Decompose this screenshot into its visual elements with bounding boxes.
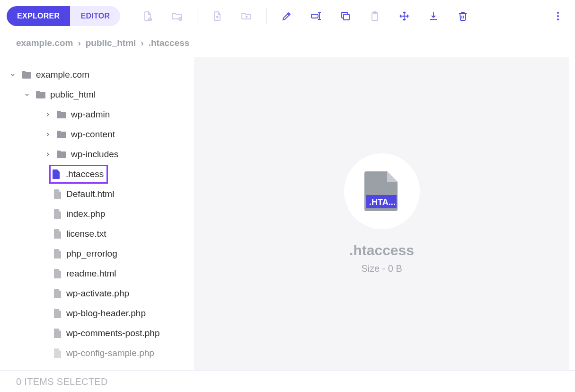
chevron-down-icon bbox=[23, 91, 31, 98]
tree-folder-root[interactable]: example.com bbox=[7, 65, 188, 85]
tree-file-selected[interactable]: .htaccess bbox=[7, 164, 188, 184]
tab-editor[interactable]: EDITOR bbox=[70, 6, 120, 26]
tree-label: .htaccess bbox=[66, 169, 104, 179]
folder-icon bbox=[56, 150, 67, 159]
selection-highlight: .htaccess bbox=[49, 165, 108, 184]
more-menu-button[interactable] bbox=[548, 7, 568, 26]
status-bar: 0 ITEMS SELECTED bbox=[0, 370, 575, 392]
tree-label: wp-comments-post.php bbox=[66, 328, 159, 339]
file-badge-text: .HTA... bbox=[369, 197, 396, 207]
toolbar-separator bbox=[266, 8, 267, 25]
file-icon bbox=[53, 268, 62, 279]
breadcrumb: example.com › public_html › .htaccess bbox=[0, 32, 575, 57]
file-icon bbox=[52, 169, 61, 179]
selection-count: 0 ITEMS SELECTED bbox=[16, 376, 108, 387]
toolbar-separator bbox=[197, 8, 197, 25]
new-file-button[interactable] bbox=[134, 7, 161, 26]
preview-thumbnail: .HTA... bbox=[344, 153, 420, 229]
file-badge-icon: .HTA... bbox=[363, 170, 400, 212]
folder-icon bbox=[56, 130, 67, 139]
chevron-right-icon: › bbox=[141, 38, 143, 48]
tree-label: php_errorlog bbox=[66, 249, 117, 259]
tree-label: readme.html bbox=[66, 268, 116, 279]
chevron-right-icon bbox=[44, 151, 52, 158]
delete-button[interactable] bbox=[450, 7, 476, 26]
tree-file[interactable]: wp-comments-post.php bbox=[7, 323, 188, 343]
main-area: example.com public_html wp bbox=[0, 57, 575, 370]
breadcrumb-item[interactable]: public_html bbox=[86, 38, 136, 48]
file-tree: example.com public_html wp bbox=[0, 57, 194, 370]
file-icon bbox=[53, 189, 62, 199]
toolbar: EXPLORER EDITOR bbox=[0, 0, 575, 32]
tree-file[interactable]: wp-config-sample.php bbox=[7, 343, 188, 363]
move-button[interactable] bbox=[391, 7, 417, 26]
svg-point-7 bbox=[557, 15, 559, 17]
file-icon bbox=[53, 209, 62, 219]
svg-rect-3 bbox=[344, 14, 349, 20]
tree-label: index.php bbox=[66, 209, 105, 219]
tree-file[interactable]: readme.html bbox=[7, 264, 188, 284]
chevron-right-icon bbox=[44, 131, 52, 138]
tree-folder[interactable]: wp-admin bbox=[7, 105, 188, 125]
chevron-right-icon: › bbox=[78, 38, 80, 48]
chevron-right-icon bbox=[44, 111, 52, 118]
file-up-button[interactable] bbox=[204, 7, 230, 26]
view-tabs: EXPLORER EDITOR bbox=[7, 6, 120, 26]
folder-up-button[interactable] bbox=[233, 7, 260, 26]
tree-label: wp-admin bbox=[71, 109, 110, 120]
tree-label: Default.html bbox=[66, 189, 114, 199]
tree-label: wp-config-sample.php bbox=[66, 348, 154, 358]
download-button[interactable] bbox=[420, 7, 447, 26]
tree-folder[interactable]: public_html bbox=[7, 85, 188, 105]
tree-file[interactable]: php_errorlog bbox=[7, 244, 188, 264]
file-icon bbox=[53, 249, 62, 259]
tree-file[interactable]: wp-activate.php bbox=[7, 284, 188, 303]
file-icon bbox=[53, 348, 62, 358]
folder-icon bbox=[56, 110, 67, 119]
tree-file[interactable]: Default.html bbox=[7, 184, 188, 204]
folder-icon bbox=[35, 90, 46, 99]
file-icon bbox=[53, 288, 62, 299]
tree-file[interactable]: wp-blog-header.php bbox=[7, 303, 188, 323]
tab-explorer[interactable]: EXPLORER bbox=[7, 6, 70, 26]
rename-button[interactable] bbox=[303, 7, 329, 26]
preview-filename: .htaccess bbox=[349, 242, 414, 258]
tree-label: wp-activate.php bbox=[66, 288, 129, 299]
tree-folder[interactable]: wp-content bbox=[7, 125, 188, 144]
svg-point-6 bbox=[557, 12, 559, 14]
tree-label: wp-includes bbox=[71, 149, 118, 160]
breadcrumb-item[interactable]: .htaccess bbox=[149, 38, 190, 48]
svg-rect-2 bbox=[311, 14, 318, 18]
svg-point-8 bbox=[557, 18, 559, 20]
folder-icon bbox=[21, 70, 32, 80]
file-icon bbox=[53, 308, 62, 319]
tree-file[interactable]: license.txt bbox=[7, 224, 188, 244]
new-folder-button[interactable] bbox=[164, 7, 190, 26]
paste-button[interactable] bbox=[362, 7, 388, 26]
edit-button[interactable] bbox=[274, 7, 300, 26]
tree-folder[interactable]: wp-includes bbox=[7, 144, 188, 164]
tree-label: wp-blog-header.php bbox=[66, 308, 146, 319]
chevron-down-icon bbox=[9, 71, 17, 78]
preview-size: Size - 0 B bbox=[361, 263, 402, 274]
tree-label: public_html bbox=[50, 89, 96, 100]
copy-button[interactable] bbox=[332, 7, 359, 26]
tree-label: wp-content bbox=[71, 129, 115, 140]
file-icon bbox=[53, 229, 62, 239]
preview-pane: .HTA... .htaccess Size - 0 B bbox=[194, 57, 569, 370]
toolbar-separator bbox=[483, 8, 483, 25]
tree-label: example.com bbox=[36, 70, 89, 80]
tree-file[interactable]: index.php bbox=[7, 204, 188, 224]
file-icon bbox=[53, 328, 62, 339]
breadcrumb-item[interactable]: example.com bbox=[16, 38, 73, 48]
tree-label: license.txt bbox=[66, 229, 106, 239]
